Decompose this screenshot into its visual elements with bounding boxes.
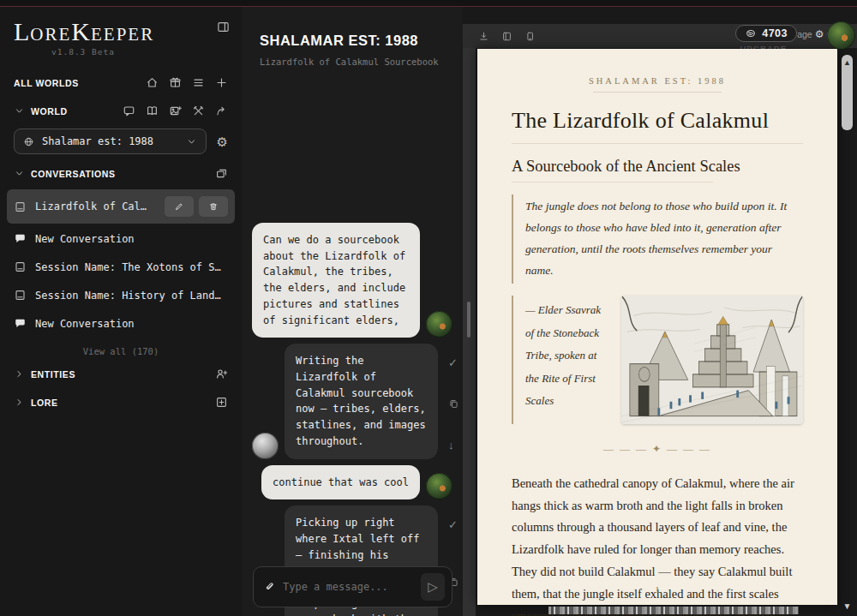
conversations-header[interactable]: CONVERSATIONS [14,159,228,188]
message-input[interactable] [283,581,414,593]
person-add-icon [215,368,228,380]
journal-icon [14,200,27,213]
chat-subtitle: Lizardfolk of Calakmul Sourcebook [260,57,463,67]
brain-icon [745,27,757,39]
chevron-down-icon [14,168,25,179]
viewer-scrollbar[interactable]: ▲ ▼ [841,50,854,611]
pyramid-engraving [621,296,803,424]
chat-title: SHALAMAR EST: 1988 [260,33,463,49]
world-section-header[interactable]: WORLD [14,97,228,125]
message-list: Can we do a sourcebook about the Lizardf… [252,223,459,561]
delete-conversation-button[interactable] [199,196,228,217]
sidebar: LOREKEEPER v1.8.3 Beta ALL WORLDS WORLD [0,7,242,616]
new-conversation-item[interactable]: New Conversation [7,225,235,252]
list-button[interactable] [192,76,205,89]
message-actions: ✓ ↓ [448,344,459,458]
app-logo: LOREKEEPER [14,19,228,45]
world-settings-icon[interactable]: ⚙ [217,135,228,148]
chevron-right-icon [14,397,25,408]
chat-square-icon [123,105,135,117]
world-book-button[interactable] [146,105,159,117]
panel-collapse-icon [217,21,230,33]
add-entity-button[interactable] [215,368,228,380]
home-button[interactable] [146,76,159,89]
world-selector[interactable]: Shalamar est: 1988 [14,129,207,154]
world-section-label: WORLD [31,106,68,117]
conversation-item[interactable]: Session Name: History of Land… [7,282,235,308]
home-icon [146,76,159,89]
image-add-icon [169,105,182,117]
world-tools-button[interactable] [192,105,205,117]
entities-section-header[interactable]: ENTITIES [14,360,228,388]
user-avatar [426,473,452,499]
conversations-label: CONVERSATIONS [31,169,116,179]
world-chat-button[interactable] [123,105,135,117]
collapse-sidebar-button[interactable] [217,21,230,36]
send-button[interactable]: ▷ [421,573,445,601]
quote-attribution: — Elder Ssavrak of the Stoneback Tribe, … [512,296,608,424]
view-all-link[interactable]: View all (170) [14,338,228,360]
copy-icon[interactable] [448,398,459,410]
pencil-icon [174,201,184,212]
gift-icon [169,76,182,89]
document-illustration [621,296,803,424]
plus-icon [215,76,228,89]
speech-bubble-icon [14,232,27,245]
world-selector-value: Shalamar est: 1988 [42,135,178,147]
scroll-down-icon[interactable]: ↓ [448,440,459,451]
document-title: The Lizardfolk of Calakmul [512,108,803,144]
profile-avatar[interactable] [827,21,855,50]
token-count: 4703 [762,27,788,39]
document-viewer: 4703 UPGRADE Page ⚙ of 1 Shalamar est: 1… [463,7,857,616]
lore-section-header[interactable]: LORE [14,388,228,416]
list-icon [192,76,205,89]
rename-conversation-button[interactable] [165,196,194,217]
tablet-view-icon[interactable] [524,31,536,42]
document-page: Shalamar est: 1988 The Lizardfolk of Cal… [477,49,837,605]
top-accent-bar [0,0,857,7]
add-world-button[interactable] [215,76,228,89]
user-avatar [426,311,452,338]
message-input-bar: ▷ [253,566,452,607]
assistant-message: Writing the Lizardfolk of Calakmul sourc… [285,344,438,458]
user-message-row: Can we do a sourcebook about the Lizardf… [252,223,459,338]
chat-panel: SHALAMAR EST: 1988 Lizardfolk of Calakmu… [242,7,463,616]
speech-bubble-icon [14,317,27,330]
new-tab-icon [215,167,228,180]
world-share-button[interactable] [215,105,228,117]
app-version: v1.8.3 Beta [51,47,228,57]
conversation-item[interactable]: Session Name: The Xotons of S… [7,254,235,280]
user-message-row: continue that was cool [252,465,459,500]
add-lore-button[interactable] [215,396,228,409]
paperclip-icon[interactable] [264,581,276,593]
chevron-right-icon [14,368,25,380]
conversation-item-selected[interactable]: Lizardfolk of Cal… [7,189,235,224]
user-message: continue that was cool [261,465,420,500]
entities-label: ENTITIES [31,369,75,380]
section-divider: — — — ✦ — — — [512,443,803,456]
accept-icon[interactable]: ✓ [448,519,459,530]
share-arrow-icon [215,105,228,117]
user-message: Can we do a sourcebook about the Lizardf… [252,223,420,338]
journal-icon [14,289,27,302]
world-image-add-button[interactable] [169,105,182,117]
new-conversation-item[interactable]: New Conversation [7,310,235,337]
book-view-icon[interactable] [501,31,512,42]
page-settings-icon[interactable]: ⚙ [815,29,824,39]
page-number: 1 [477,584,837,595]
all-worlds-header: ALL WORLDS [14,69,228,97]
scrollbar-thumb[interactable]: ▲ [842,55,853,130]
download-icon[interactable] [478,31,489,42]
next-page-edge [548,607,799,614]
document-quote: The jungle does not belong to those who … [512,194,803,284]
panel-resize-handle[interactable] [467,302,470,338]
gift-button[interactable] [169,76,182,89]
new-conversation-tab-button[interactable] [215,167,228,180]
accept-icon[interactable]: ✓ [448,357,459,368]
all-worlds-label: ALL WORLDS [14,78,79,88]
chevron-down-icon [186,136,197,147]
scrollbar-down-arrow[interactable]: ▼ [842,601,853,611]
chevron-down-icon [14,105,25,117]
assistant-avatar [252,433,279,459]
token-counter[interactable]: 4703 [735,25,797,42]
